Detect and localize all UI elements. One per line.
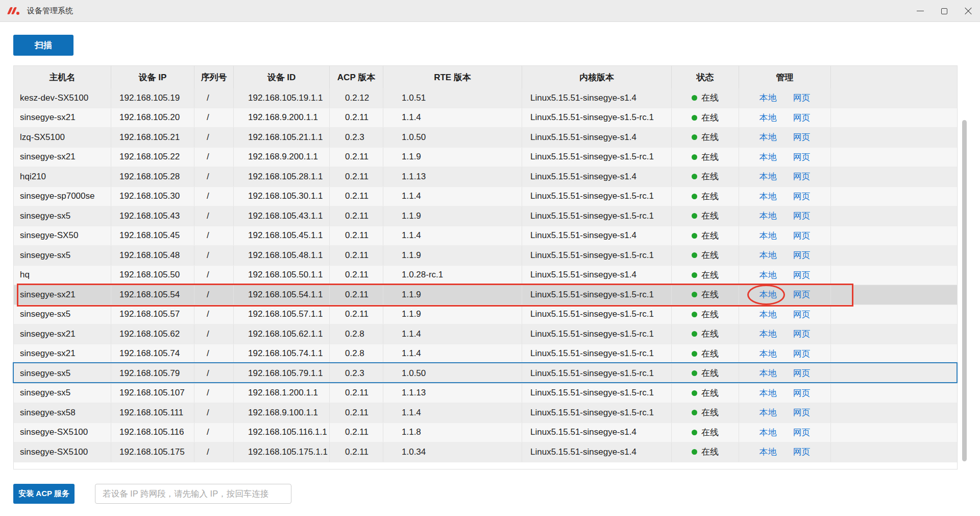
table-row[interactable]: hqi210 192.168.105.28 / 192.168.105.28.1…	[14, 167, 957, 187]
minimize-button[interactable]	[908, 0, 932, 22]
web-manage-link[interactable]: 网页	[793, 289, 811, 300]
cell-serial: /	[194, 364, 234, 383]
cell-status: 在线	[672, 442, 739, 462]
web-manage-link[interactable]: 网页	[793, 210, 811, 222]
web-manage-link[interactable]: 网页	[793, 249, 811, 261]
local-manage-link[interactable]: 本地	[760, 309, 777, 320]
web-manage-link[interactable]: 网页	[793, 131, 811, 143]
table-row[interactable]: sinsegye-sx5 192.168.105.48 / 192.168.10…	[14, 246, 957, 266]
table-row[interactable]: lzq-SX5100 192.168.105.21 / 192.168.105.…	[14, 128, 957, 148]
cell-extra	[831, 108, 957, 128]
table-row[interactable]: sinsegye-sx21 192.168.105.74 / 192.168.1…	[14, 344, 957, 364]
cell-rte-version: 1.1.13	[383, 384, 522, 403]
cell-manage: 本地 网页	[739, 187, 831, 206]
table-row[interactable]: sinsegye-sx58 192.168.105.111 / 192.168.…	[14, 403, 957, 423]
table-row[interactable]: sinsegye-SX50 192.168.105.45 / 192.168.1…	[14, 226, 957, 246]
table-row[interactable]: sinsegye-sx21 192.168.105.54 / 192.168.1…	[14, 285, 957, 305]
install-acp-button[interactable]: 安装 ACP 服务	[13, 484, 75, 504]
local-manage-link[interactable]: 本地	[760, 367, 777, 379]
cell-device-ip: 192.168.105.175	[111, 442, 194, 462]
table-row[interactable]: sinsegye-sx21 192.168.105.20 / 192.168.9…	[14, 108, 957, 128]
web-manage-link[interactable]: 网页	[793, 112, 811, 124]
web-manage-link[interactable]: 网页	[793, 328, 811, 340]
local-manage-link[interactable]: 本地	[760, 191, 777, 202]
local-manage-link[interactable]: 本地	[760, 171, 777, 182]
cell-device-id: 192.168.105.30.1.1	[234, 187, 330, 206]
local-manage-link[interactable]: 本地	[760, 289, 777, 300]
table-row[interactable]: sinsegye-sx5 192.168.105.43 / 192.168.10…	[14, 206, 957, 226]
local-manage-link[interactable]: 本地	[760, 427, 777, 438]
scan-button[interactable]: 扫描	[13, 35, 74, 56]
local-manage-link[interactable]: 本地	[760, 387, 777, 399]
local-manage-link[interactable]: 本地	[760, 328, 777, 340]
cell-extra	[831, 206, 957, 226]
cell-kernel-version: Linux5.15.51-sinsegye-s1.5-rc.1	[522, 206, 672, 226]
table-row[interactable]: sinsegye-sx5 192.168.105.79 / 192.168.10…	[14, 364, 957, 384]
cell-device-id: 192.168.105.45.1.1	[234, 226, 330, 246]
column-header-hostname: 主机名	[14, 66, 111, 88]
web-manage-link[interactable]: 网页	[793, 269, 811, 281]
cell-extra	[831, 128, 957, 147]
cell-status: 在线	[672, 384, 739, 403]
cell-kernel-version: Linux5.15.51-sinsegye-s1.4	[522, 88, 672, 108]
cell-rte-version: 1.0.50	[383, 128, 522, 147]
cell-device-id: 192.168.105.19.1.1	[234, 88, 330, 108]
cell-device-ip: 192.168.105.107	[111, 384, 194, 403]
cell-device-ip: 192.168.105.45	[111, 226, 194, 246]
cell-rte-version: 1.1.4	[383, 108, 522, 128]
cell-manage: 本地 网页	[739, 442, 831, 462]
local-manage-link[interactable]: 本地	[760, 269, 777, 281]
web-manage-link[interactable]: 网页	[793, 171, 811, 182]
local-manage-link[interactable]: 本地	[760, 249, 777, 261]
web-manage-link[interactable]: 网页	[793, 367, 811, 379]
web-manage-link[interactable]: 网页	[793, 191, 811, 202]
cell-extra	[831, 442, 957, 462]
status-text: 在线	[701, 210, 719, 222]
local-manage-link[interactable]: 本地	[760, 348, 777, 360]
online-status-dot	[692, 154, 697, 160]
web-manage-link[interactable]: 网页	[793, 446, 811, 458]
web-manage-link[interactable]: 网页	[793, 151, 811, 163]
local-manage-link[interactable]: 本地	[760, 131, 777, 143]
web-manage-link[interactable]: 网页	[793, 348, 811, 360]
cell-manage: 本地 网页	[739, 324, 831, 344]
cell-acp-version: 0.2.11	[330, 423, 383, 442]
close-button[interactable]	[956, 0, 980, 22]
cell-status: 在线	[672, 423, 739, 442]
table-row[interactable]: sinsegye-sx5 192.168.105.57 / 192.168.10…	[14, 305, 957, 325]
ip-input[interactable]	[95, 484, 291, 504]
local-manage-link[interactable]: 本地	[760, 446, 777, 458]
local-manage-link[interactable]: 本地	[760, 112, 777, 124]
table-row[interactable]: kesz-dev-SX5100 192.168.105.19 / 192.168…	[14, 88, 957, 108]
local-manage-link[interactable]: 本地	[760, 210, 777, 222]
web-manage-link[interactable]: 网页	[793, 230, 811, 242]
web-manage-link[interactable]: 网页	[793, 309, 811, 320]
online-status-dot	[692, 430, 697, 435]
web-manage-link[interactable]: 网页	[793, 407, 811, 418]
table-row[interactable]: sinsegye-SX5100 192.168.105.175 / 192.16…	[14, 442, 957, 462]
table-row[interactable]: sinsegye-sp7000se 192.168.105.30 / 192.1…	[14, 187, 957, 207]
web-manage-link[interactable]: 网页	[793, 92, 811, 104]
web-manage-link[interactable]: 网页	[793, 427, 811, 438]
local-manage-link[interactable]: 本地	[760, 230, 777, 242]
table-row[interactable]: sinsegye-sx21 192.168.105.62 / 192.168.1…	[14, 324, 957, 344]
cell-serial: /	[194, 266, 234, 285]
table-row[interactable]: sinsegye-SX5100 192.168.105.116 / 192.16…	[14, 423, 957, 443]
table-row[interactable]: sinsegye-sx21 192.168.105.22 / 192.168.9…	[14, 148, 957, 168]
cell-acp-version: 0.2.11	[330, 285, 383, 304]
restore-button[interactable]	[932, 0, 956, 22]
local-manage-link[interactable]: 本地	[760, 92, 777, 104]
cell-device-ip: 192.168.105.28	[111, 167, 194, 186]
cell-serial: /	[194, 187, 234, 206]
vertical-scrollbar[interactable]	[962, 120, 967, 461]
cell-status: 在线	[672, 108, 739, 128]
cell-extra	[831, 266, 957, 285]
table-row[interactable]: sinsegye-sx5 192.168.105.107 / 192.168.1…	[14, 384, 957, 404]
local-manage-link[interactable]: 本地	[760, 151, 777, 163]
status-text: 在线	[701, 230, 719, 242]
cell-extra	[831, 305, 957, 324]
table-row[interactable]: hq 192.168.105.50 / 192.168.105.50.1.1 0…	[14, 266, 957, 286]
local-manage-link[interactable]: 本地	[760, 407, 777, 418]
cell-rte-version: 1.1.9	[383, 148, 522, 167]
web-manage-link[interactable]: 网页	[793, 387, 811, 399]
